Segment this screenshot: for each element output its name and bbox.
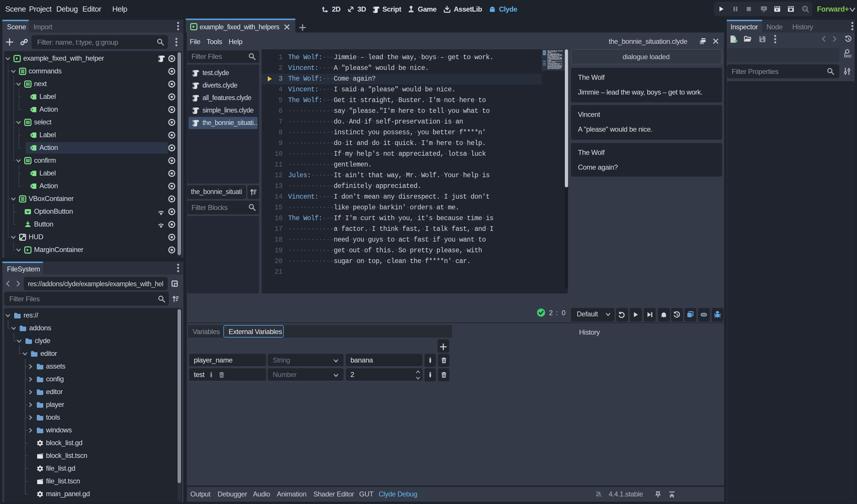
svg-text:DOC: DOC: [844, 54, 852, 58]
